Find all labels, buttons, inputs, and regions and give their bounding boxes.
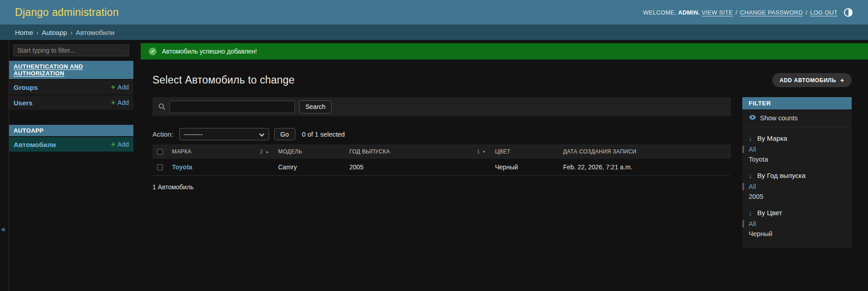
column-label: ЦВЕТ [495,148,510,155]
cell-color: Черный [490,159,559,176]
show-counts-label: Show counts [760,114,798,122]
sort-priority: 1 [477,149,480,154]
search-input[interactable] [170,101,295,113]
toyota-link[interactable]: Toyota [172,163,192,171]
filter-option-cherny[interactable]: Черный [742,229,852,239]
user-tools-separator: / [805,9,807,16]
change-password-link[interactable]: CHANGE PASSWORD [740,9,803,16]
admin-header: Django administration WELCOME, ADMIN. VI… [0,0,868,25]
success-check-icon: ✓ [149,48,157,55]
sort-indicator[interactable]: 2 ▲ [260,149,269,154]
sidebar-item-groups: Groups + Add [9,80,133,94]
column-header-cvet[interactable]: ЦВЕТ [490,144,559,159]
add-avtomobil-button[interactable]: ADD АВТОМОБИЛЬ + [772,73,852,87]
filter-option-link[interactable]: Toyota [749,156,768,163]
column-header-god-vypuska[interactable]: ГОД ВЫПУСКА 1 ▼ [345,144,490,159]
sidebar-filter-input[interactable] [13,44,129,56]
table-row: Toyota Camry 2005 Черный Feb. 22, 2026, … [152,159,731,176]
row-checkbox[interactable] [157,164,163,170]
filter-group-heading[interactable]: ↓ By Марка [749,134,845,142]
filter-option-link[interactable]: All [749,220,756,227]
filter-heading-label: By Марка [757,134,787,142]
breadcrumb-separator: › [36,29,39,36]
success-message: ✓ Автомобиль успешно добавлен! [141,43,868,59]
add-button-label: ADD АВТОМОБИЛЬ [780,77,836,84]
column-header-data-sozdaniya[interactable]: ДАТА СОЗДАНИЯ ЗАПИСИ [559,144,731,159]
user-tools-separator: / [736,9,737,16]
sort-priority: 2 [260,149,263,154]
filter-option-link[interactable]: 2005 [749,193,763,200]
actions-bar: Action: --------- Go 0 of 1 selected [152,128,731,140]
sort-asc-icon: ▲ [265,150,269,154]
add-label: Add [118,141,129,148]
filter-option-2005[interactable]: 2005 [742,192,852,202]
filter-panel: FILTER Show counts ↓ B [742,97,852,248]
add-group-link[interactable]: + Add [111,84,129,91]
search-toolbar: Search [152,97,731,116]
column-label: МАРКА [172,148,191,155]
sidebar-collapse-strip: « [0,40,9,291]
username: ADMIN. [678,9,700,16]
plus-icon: + [111,141,115,148]
select-all-checkbox[interactable] [157,149,163,155]
avtomobili-link[interactable]: Автомобили [14,141,56,148]
plus-icon: + [840,77,844,84]
arrow-down-icon: ↓ [749,134,752,142]
success-message-text: Автомобиль успешно добавлен! [162,48,257,55]
breadcrumb-current: Автомобили [76,29,114,36]
sort-indicator[interactable]: 1 ▼ [477,149,486,154]
log-out-link[interactable]: LOG OUT [810,9,838,16]
filter-option-all[interactable]: All [742,182,852,192]
filter-option-link[interactable]: All [749,183,756,190]
sort-desc-icon: ▼ [482,150,486,154]
add-user-link[interactable]: + Add [111,99,129,106]
filter-option-toyota[interactable]: Toyota [742,154,852,164]
show-counts-toggle[interactable]: Show counts [742,109,852,127]
breadcrumb-separator: › [70,29,73,36]
cell-created: Feb. 22, 2026, 7:21 a.m. [559,159,731,176]
sidebar-item-users: Users + Add [9,95,133,110]
filter-option-all[interactable]: All [742,219,852,229]
filter-option-link[interactable]: All [749,146,756,153]
view-site-link[interactable]: VIEW SITE [702,9,733,16]
sidebar-section-autoapp-title[interactable]: AUTOAPP [9,125,133,136]
arrow-down-icon: ↓ [749,209,752,217]
users-link[interactable]: Users [14,99,33,107]
action-label: Action: [152,130,173,138]
user-tools: WELCOME, ADMIN. VIEW SITE / CHANGE PASSW… [643,8,853,17]
filter-option-all[interactable]: All [742,144,852,154]
column-label: ДАТА СОЗДАНИЯ ЗАПИСИ [563,148,637,155]
breadcrumb-home[interactable]: Home [15,29,33,36]
plus-icon: + [111,84,115,91]
column-header-model[interactable]: МОДЕЛЬ [274,144,345,159]
sidebar-item-avtomobili: Автомобили + Add [9,137,133,152]
search-button[interactable]: Search [299,100,332,113]
sidebar-collapse-icon[interactable]: « [1,225,5,233]
filter-heading-label: By Цвет [757,209,782,217]
filter-panel-title: FILTER [742,97,852,109]
sidebar-section-auth-title[interactable]: AUTHENTICATION AND AUTHORIZATION [9,61,133,79]
changelist: Search Action: --------- Go [152,97,731,191]
go-button[interactable]: Go [274,128,295,140]
add-label: Add [118,99,129,106]
add-avtomobil-link[interactable]: + Add [111,141,129,148]
nav-sidebar: AUTHENTICATION AND AUTHORIZATION Groups … [9,40,133,291]
add-label: Add [118,84,129,91]
search-icon [158,103,166,110]
filter-group-marka: ↓ By Марка All Toyota [742,134,852,164]
welcome-text: WELCOME, [643,9,676,16]
breadcrumb-autoapp[interactable]: Autoapp [42,29,67,36]
filter-group-heading[interactable]: ↓ By Год выпуска [749,172,845,179]
column-header-marka[interactable]: МАРКА 2 ▲ [167,144,274,159]
object-tools: ADD АВТОМОБИЛЬ + [772,73,852,87]
eye-icon [749,114,756,122]
filter-heading-label: By Год выпуска [757,172,806,179]
action-select[interactable]: --------- [179,128,269,140]
filter-option-link[interactable]: Черный [749,230,772,237]
theme-toggle-icon[interactable] [844,8,853,17]
groups-link[interactable]: Groups [14,84,38,91]
cell-year: 2005 [345,159,490,176]
filter-group-heading[interactable]: ↓ By Цвет [749,209,845,217]
arrow-down-icon: ↓ [749,172,752,179]
action-selected-option: --------- [184,131,203,138]
